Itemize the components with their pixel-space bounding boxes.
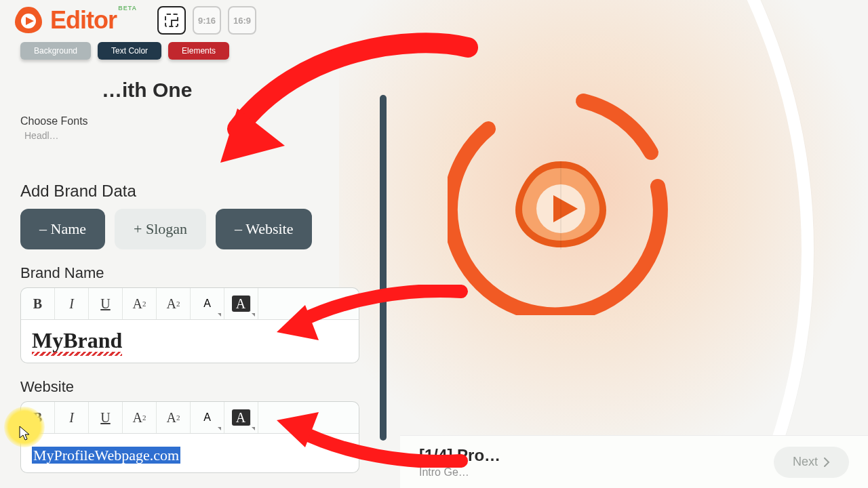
progress-bar: [1/4] Pro… Intro Ge… Next bbox=[400, 435, 868, 488]
svg-rect-1 bbox=[560, 161, 561, 249]
brand-name-toolbar: B I U A2 A2 A A bbox=[20, 287, 359, 320]
progress-title: [1/4] Pro… bbox=[419, 446, 500, 465]
selected-text: MyProfileWebpage.com bbox=[32, 447, 180, 464]
headline-hint: Headl… bbox=[24, 130, 384, 141]
sidebar-panel: …ith One Choose Fonts Headl… Add Brand D… bbox=[0, 0, 393, 488]
toggle-website-button[interactable]: – Website bbox=[216, 209, 312, 249]
app-logo-large bbox=[510, 156, 612, 258]
template-title: …ith One bbox=[102, 79, 384, 102]
superscript-button[interactable]: A2 bbox=[123, 402, 157, 433]
superscript-button[interactable]: A2 bbox=[123, 288, 157, 319]
svg-point-0 bbox=[536, 184, 585, 233]
underline-button[interactable]: U bbox=[89, 402, 123, 433]
spellcheck-underline-icon bbox=[32, 352, 122, 356]
bold-button[interactable]: B bbox=[21, 402, 55, 433]
progress-subtitle: Intro Ge… bbox=[419, 466, 500, 479]
font-color-button[interactable]: A bbox=[191, 288, 224, 319]
italic-button[interactable]: I bbox=[55, 288, 89, 319]
website-label: Website bbox=[20, 378, 384, 396]
add-brand-data-title: Add Brand Data bbox=[20, 182, 384, 201]
brand-name-input[interactable]: MyBrand bbox=[20, 320, 359, 363]
italic-button[interactable]: I bbox=[55, 402, 89, 433]
preview-glow bbox=[339, 0, 868, 488]
toggle-name-button[interactable]: – Name bbox=[20, 209, 105, 249]
website-input[interactable]: MyProfileWebpage.com bbox=[20, 434, 359, 473]
chevron-right-icon bbox=[823, 458, 830, 467]
brand-name-label: Brand Name bbox=[20, 264, 384, 282]
progress-arc bbox=[448, 92, 671, 315]
underline-button[interactable]: U bbox=[89, 288, 123, 319]
subscript-button[interactable]: A2 bbox=[157, 288, 191, 319]
website-toolbar: B I U A2 A2 A A bbox=[20, 401, 359, 434]
bold-button[interactable]: B bbox=[21, 288, 55, 319]
choose-fonts-label: Choose Fonts bbox=[20, 115, 384, 127]
subscript-button[interactable]: A2 bbox=[157, 402, 191, 433]
highlight-button[interactable]: A bbox=[224, 402, 258, 433]
highlight-button[interactable]: A bbox=[224, 288, 258, 319]
brand-toggle-row: – Name + Slogan – Website bbox=[20, 209, 384, 249]
font-color-button[interactable]: A bbox=[191, 402, 224, 433]
next-button[interactable]: Next bbox=[774, 447, 849, 478]
toggle-slogan-button[interactable]: + Slogan bbox=[115, 209, 206, 249]
